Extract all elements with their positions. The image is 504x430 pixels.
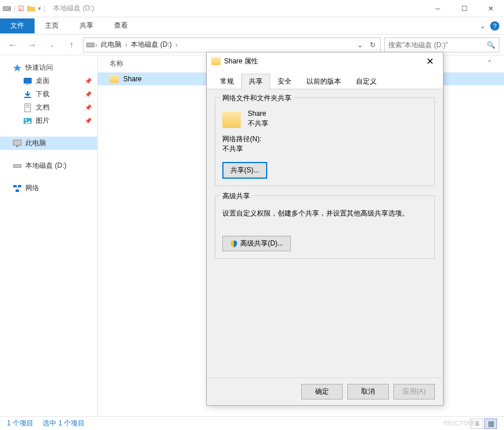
refresh-icon[interactable]: ↻ <box>370 41 376 49</box>
desktop-icon <box>23 77 32 86</box>
tab-general[interactable]: 常规 <box>213 74 241 89</box>
share-status: 不共享 <box>248 119 268 129</box>
svg-rect-17 <box>13 185 17 187</box>
ribbon-expand-icon[interactable]: ⌄ <box>480 22 486 30</box>
dialog-titlebar: Share 属性 ✕ <box>207 52 443 70</box>
sidebar-quick-access[interactable]: 快速访问 <box>0 61 97 74</box>
sidebar-local-disk[interactable]: 本地磁盘 (D:) <box>0 159 97 172</box>
status-item-count: 1 个项目 <box>7 418 33 428</box>
ribbon-tab-home[interactable]: 主页 <box>35 18 69 33</box>
navigation-pane: 快速访问 桌面 📌 下载 📌 文档 📌 图片 📌 此电脑 <box>0 55 98 416</box>
sidebar-label: 此电脑 <box>25 138 46 148</box>
nav-recent-dropdown[interactable]: ⌄ <box>44 37 60 53</box>
group-title: 网络文件和文件夹共享 <box>220 93 294 103</box>
sidebar-label: 图片 <box>36 116 50 126</box>
folder-icon <box>211 57 221 65</box>
share-button[interactable]: 共享(S)... <box>222 162 267 179</box>
close-button[interactable]: ✕ <box>478 0 504 17</box>
ribbon-tab-view[interactable]: 查看 <box>104 18 138 33</box>
folder-icon <box>222 112 241 128</box>
pin-icon: 📌 <box>85 78 92 84</box>
sidebar-documents[interactable]: 文档 📌 <box>0 101 97 114</box>
svg-rect-16 <box>14 165 21 167</box>
tab-security[interactable]: 安全 <box>270 74 299 89</box>
advanced-sharing-group: 高级共享 设置自定义权限，创建多个共享，并设置其他高级共享选项。 高级共享(D)… <box>215 195 435 259</box>
pictures-icon <box>23 116 32 126</box>
svg-rect-18 <box>18 185 21 187</box>
ok-button[interactable]: 确定 <box>301 384 343 399</box>
nav-back-button[interactable]: ← <box>5 37 21 53</box>
chevron-right-icon[interactable]: › <box>175 41 177 49</box>
network-sharing-group: 网络文件和文件夹共享 Share 不共享 网络路径(N): 不共享 共享(S).… <box>215 97 435 186</box>
search-input[interactable] <box>388 41 487 49</box>
tab-share[interactable]: 共享 <box>241 74 270 89</box>
sidebar-label: 本地磁盘 (D:) <box>25 161 66 171</box>
dialog-title-text: Share 属性 <box>224 56 258 66</box>
search-box[interactable]: 🔍 <box>384 37 499 52</box>
ribbon-file-tab[interactable]: 文件 <box>0 18 35 33</box>
dialog-body: 网络文件和文件夹共享 Share 不共享 网络路径(N): 不共享 共享(S).… <box>207 89 443 378</box>
status-selected-count: 选中 1 个项目 <box>43 418 85 428</box>
view-large-button[interactable]: ▦ <box>484 418 497 429</box>
sidebar-desktop[interactable]: 桌面 📌 <box>0 74 97 88</box>
drive-icon <box>2 4 12 13</box>
sidebar-network[interactable]: 网络 <box>0 182 97 195</box>
qat-separator-2: | <box>43 5 45 13</box>
tab-custom[interactable]: 自定义 <box>348 74 384 89</box>
nav-forward-button[interactable]: → <box>24 37 40 53</box>
breadcrumb-this-pc[interactable]: 此电脑 <box>97 40 125 50</box>
address-dropdown-icon[interactable]: ⌄ <box>357 41 363 49</box>
sidebar-pictures[interactable]: 图片 📌 <box>0 114 97 127</box>
window-titlebar: | ☑ ▾ | 本地磁盘 (D:) ─ ☐ ✕ <box>0 0 504 17</box>
drive-icon <box>13 161 22 171</box>
breadcrumb-drive-icon <box>86 40 95 50</box>
advanced-sharing-button[interactable]: 高级共享(D)... <box>222 236 291 251</box>
group-title: 高级共享 <box>220 191 252 201</box>
svg-point-12 <box>25 119 27 120</box>
nav-up-button[interactable]: ↑ <box>63 37 79 53</box>
apply-button[interactable]: 应用(A) <box>393 384 435 399</box>
sidebar-downloads[interactable]: 下载 📌 <box>0 88 97 101</box>
properties-dialog: Share 属性 ✕ 常规 共享 安全 以前的版本 自定义 网络文件和文件夹共享… <box>206 52 444 406</box>
search-icon[interactable]: 🔍 <box>487 41 495 49</box>
watermark: ©51CTO博客 <box>444 419 481 428</box>
help-icon[interactable]: ? <box>490 21 499 31</box>
advanced-description: 设置自定义权限，创建多个共享，并设置其他高级共享选项。 <box>222 209 427 218</box>
minimize-button[interactable]: ─ <box>425 0 451 17</box>
network-icon <box>13 184 22 193</box>
dialog-tabs: 常规 共享 安全 以前的版本 自定义 <box>207 70 443 89</box>
pin-icon: 📌 <box>85 118 92 124</box>
svg-point-2 <box>9 8 10 9</box>
pin-icon: 📌 <box>85 91 92 97</box>
svg-rect-19 <box>16 190 19 192</box>
address-bar[interactable]: › 此电脑 › 本地磁盘 (D:) › ⌄ ↻ <box>83 37 381 52</box>
dialog-close-button[interactable]: ✕ <box>421 56 438 67</box>
network-path-label: 网络路径(N): <box>222 134 427 144</box>
breadcrumb-local-disk[interactable]: 本地磁盘 (D:) <box>127 40 175 50</box>
qat-dropdown-icon[interactable]: ▾ <box>38 5 41 12</box>
svg-rect-13 <box>13 140 21 145</box>
maximize-button[interactable]: ☐ <box>451 0 478 17</box>
sidebar-label: 下载 <box>36 89 50 99</box>
shield-icon <box>230 240 238 248</box>
dialog-button-row: 确定 取消 应用(A) <box>207 378 443 405</box>
tab-previous-versions[interactable]: 以前的版本 <box>299 74 348 89</box>
folder-qat-icon[interactable] <box>26 4 36 13</box>
sort-indicator-icon: ⌃ <box>487 59 492 69</box>
pin-icon: 📌 <box>85 104 92 111</box>
sidebar-this-pc[interactable]: 此电脑 <box>0 137 97 150</box>
download-icon <box>23 90 32 99</box>
share-name: Share <box>248 110 268 118</box>
sidebar-label: 桌面 <box>36 76 50 86</box>
svg-rect-14 <box>16 146 18 147</box>
sidebar-label: 网络 <box>25 183 39 193</box>
qat-checkbox-icon[interactable]: ☑ <box>18 5 24 13</box>
sidebar-label: 快速访问 <box>25 63 53 73</box>
file-name: Share <box>123 75 142 83</box>
ribbon-tab-share[interactable]: 共享 <box>69 18 104 33</box>
document-icon <box>23 103 32 112</box>
ribbon-bar: 文件 主页 共享 查看 ⌄ ? <box>0 17 504 35</box>
svg-rect-8 <box>25 104 31 112</box>
cancel-button[interactable]: 取消 <box>347 384 389 399</box>
svg-rect-7 <box>24 97 31 98</box>
